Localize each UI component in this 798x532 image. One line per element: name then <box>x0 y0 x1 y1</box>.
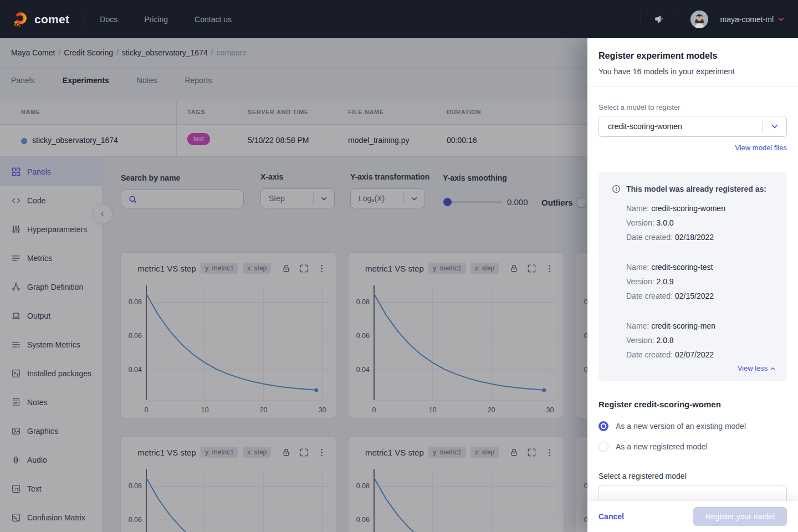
model-name: credit-scoring-women <box>651 204 725 213</box>
select-registered-model-label: Select a registered model <box>598 472 787 480</box>
name-label: Name: <box>626 321 649 330</box>
model-name: credit-scoring-test <box>651 263 713 272</box>
name-label: Name: <box>626 204 649 213</box>
nav-link-docs[interactable]: Docs <box>100 15 117 24</box>
chevron-down-icon <box>762 121 786 132</box>
registered-model-entry: Name: credit-scoring-men Version: 2.0.8 … <box>612 319 776 362</box>
already-registered-info-box: This model was already registered as: Na… <box>598 172 787 381</box>
radio-selected-icon <box>598 421 608 431</box>
user-menu[interactable]: maya-comet-ml <box>720 15 785 24</box>
version-label: Version: <box>626 218 654 227</box>
radio-label: As a new version of an existing model <box>616 422 746 431</box>
model-version: 2.0.8 <box>656 336 673 345</box>
view-model-files-link[interactable]: View model files <box>735 144 787 152</box>
model-select[interactable]: credit-scoring-women <box>598 116 787 137</box>
nav-divider <box>84 12 84 27</box>
top-navbar: comet Docs Pricing Contact us <box>0 0 798 38</box>
nav-divider <box>641 12 641 27</box>
chevron-down-icon <box>777 16 785 23</box>
radio-new-version[interactable]: As a new version of an existing model <box>598 421 787 431</box>
nav-links: Docs Pricing Contact us <box>100 15 232 24</box>
comet-logo[interactable]: comet <box>0 11 84 28</box>
date-label: Date created: <box>626 350 673 359</box>
model-version: 3.0.0 <box>656 218 673 227</box>
nav-link-contact[interactable]: Contact us <box>195 15 232 24</box>
select-model-label: Select a model to register <box>598 103 787 111</box>
divider <box>587 86 798 86</box>
info-box-title: This model was already registered as: <box>626 185 766 193</box>
modal-footer: Cancel Register your model <box>587 501 798 532</box>
nav-right: maya-comet-ml <box>641 11 798 28</box>
radio-unselected-icon <box>598 442 608 452</box>
modal-title: Register experiment models <box>598 38 787 63</box>
date-label: Date created: <box>626 291 673 300</box>
version-label: Version: <box>626 336 654 345</box>
model-date: 02/07/2022 <box>675 350 714 359</box>
model-name: credit-scoring-men <box>651 321 715 330</box>
registered-model-entry: Name: credit-scoring-test Version: 2.0.9… <box>612 260 776 303</box>
radio-new-model[interactable]: As a new registered model <box>598 442 787 452</box>
logo-text: comet <box>34 13 69 26</box>
app-root: comet Docs Pricing Contact us <box>0 0 798 532</box>
register-models-panel: Register experiment models You have 16 m… <box>587 38 798 532</box>
chevron-up-icon <box>770 366 776 372</box>
register-model-button[interactable]: Register your model <box>693 507 787 526</box>
announcements-icon[interactable] <box>653 13 666 25</box>
comet-logo-icon <box>12 11 29 28</box>
nav-divider <box>678 12 678 27</box>
registered-model-entry: Name: credit-scoring-women Version: 3.0.… <box>612 201 776 244</box>
model-version: 2.0.9 <box>656 277 673 286</box>
view-less-link[interactable]: View less <box>738 364 776 372</box>
info-icon <box>612 185 621 193</box>
register-section-title: Register credit-scoring-women <box>598 400 787 409</box>
date-label: Date created: <box>626 233 673 242</box>
version-label: Version: <box>626 277 654 286</box>
user-name: maya-comet-ml <box>720 15 774 24</box>
name-label: Name: <box>626 263 649 272</box>
model-date: 02/18/2022 <box>675 233 714 242</box>
cancel-button[interactable]: Cancel <box>598 512 624 521</box>
radio-label: As a new registered model <box>616 442 708 451</box>
view-less-label: View less <box>738 364 768 372</box>
modal-subtitle: You have 16 models in your experiment <box>598 66 787 77</box>
model-select-value: credit-scoring-women <box>599 122 762 131</box>
avatar[interactable] <box>690 11 708 28</box>
model-date: 02/15/2022 <box>675 291 714 300</box>
nav-link-pricing[interactable]: Pricing <box>144 15 168 24</box>
